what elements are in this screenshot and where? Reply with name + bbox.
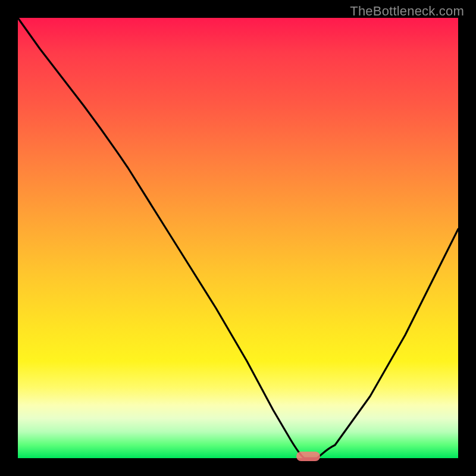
bottleneck-curve: [18, 18, 458, 458]
curve-path: [18, 18, 458, 458]
chart-frame: TheBottleneck.com: [0, 0, 476, 476]
watermark-text: TheBottleneck.com: [350, 4, 464, 19]
optimal-marker: [296, 452, 320, 461]
